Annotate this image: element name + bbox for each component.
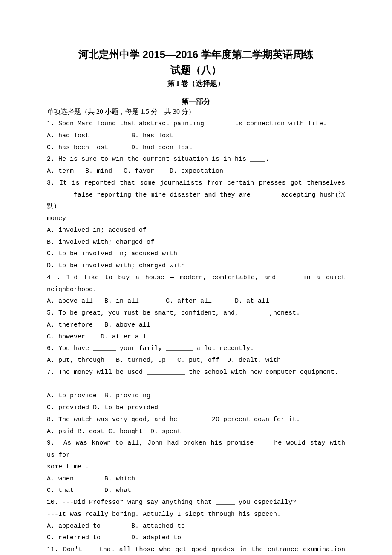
q1-options-line2: C. has been lost D. had been lost xyxy=(47,142,345,154)
q10-stem-line1: 10. ---Did Professor Wang say anything t… xyxy=(47,497,345,509)
title-line2: 试题（八） xyxy=(47,63,345,77)
q7-options-line2: C. provided D. to be provided xyxy=(47,402,345,414)
q8-options: A. paid B. cost C. bought D. spent xyxy=(47,426,345,438)
q9-options-line1: A. when B. which xyxy=(47,473,345,485)
q2-stem: 2. He is sure to win—the current situati… xyxy=(47,153,345,165)
q10-options-line2: C. referred to D. adapted to xyxy=(47,532,345,544)
q5-stem: 5. To be great, you must be smart, confi… xyxy=(47,307,345,319)
q5-options-line2: C. however D. after all xyxy=(47,331,345,343)
q7-stem: 7. The money will be used __________ the… xyxy=(47,367,345,379)
q6-options: A. put, through B. turned, up C. put, of… xyxy=(47,355,345,367)
instruction-text: 单项选择题（共 20 小题，每题 1.5 分，共 30 分） xyxy=(47,107,345,116)
q4-options: A. above all B. in all C. after all D. a… xyxy=(47,295,345,307)
q6-stem: 6. You have ______ your family _______ a… xyxy=(47,343,345,355)
q3-stem-line2: _______false reporting the mine disaster… xyxy=(47,189,345,213)
volume-label: 第 I 卷（选择题） xyxy=(47,78,345,88)
q2-options: A. term B. mind C. favor D. expectation xyxy=(47,165,345,177)
q9-stem-line1: 9. As was known to all, John had broken … xyxy=(47,437,345,461)
q11-stem-line1: 11. Don't __ that all those who get good… xyxy=(47,544,345,555)
q10-stem-line2: ---It was really boring. Actually I slep… xyxy=(47,509,345,520)
q7-blank xyxy=(47,379,345,390)
q3-option-d: D. to be involved with; charged with xyxy=(47,260,345,272)
q9-options-line2: C. that D. what xyxy=(47,485,345,497)
q1-options-line1: A. had lost B. has lost xyxy=(47,130,345,142)
title-line1: 河北定州中学 2015—2016 学年度第二学期英语周练 xyxy=(47,47,345,62)
q1-stem: 1. Soon Marc found that abstract paintin… xyxy=(47,118,345,130)
q5-options-line1: A. therefore B. above all xyxy=(47,319,345,331)
q8-stem: 8. The watch was very good, and he _____… xyxy=(47,414,345,426)
section-label: 第一部分 xyxy=(47,97,345,107)
q9-stem-line2: some time . xyxy=(47,461,345,473)
q3-stem-line3: money xyxy=(47,213,345,225)
exam-page: 河北定州中学 2015—2016 学年度第二学期英语周练 试题（八） 第 I 卷… xyxy=(0,0,392,555)
q3-stem-line1: 3. It is reported that some journalists … xyxy=(47,177,345,189)
q4-stem-line2: neighborhood. xyxy=(47,284,345,296)
q3-option-a: A. involved in; accused of xyxy=(47,225,345,237)
q3-option-c: C. to be involved in; accused with xyxy=(47,248,345,260)
q7-options-line1: A. to provide B. providing xyxy=(47,390,345,402)
q10-options-line1: A. appealed to B. attached to xyxy=(47,520,345,532)
q3-option-b: B. involved with; charged of xyxy=(47,237,345,249)
q4-stem-line1: 4 . I'd like to buy a house — modern, co… xyxy=(47,272,345,284)
